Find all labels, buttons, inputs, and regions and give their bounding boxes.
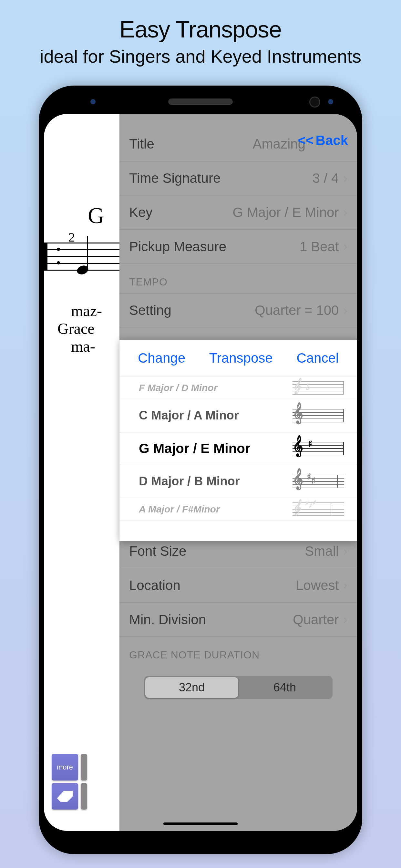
picker-item[interactable]: D Major / B Minor 𝄞 ♯ ♯ [120, 465, 357, 498]
back-chevron-icon: << [298, 133, 314, 148]
eraser-button[interactable] [52, 783, 78, 810]
chevron-right-icon: › [343, 304, 347, 317]
chevron-right-icon: › [343, 206, 347, 219]
key-signature-preview: 𝄞 ♯ ♯ [292, 470, 344, 493]
seg-64th[interactable]: 64th [238, 677, 331, 698]
eraser-icon [56, 790, 73, 803]
pickup-row[interactable]: Pickup Measure 1 Beat› [120, 229, 357, 264]
transpose-action-sheet: Change Transpose Cancel F Major / D Mino… [120, 340, 357, 541]
picker-key-label: G Major / E Minor [139, 441, 250, 456]
grace-duration-segment[interactable]: 32nd 64th [144, 676, 333, 699]
tempo-setting-row[interactable]: Setting Quarter = 100› [120, 293, 357, 328]
picker-item[interactable]: F Major / D Minor 𝄞 ♭ [120, 376, 357, 399]
key-signature-preview: 𝄞 ♭ [292, 376, 344, 399]
picker-item[interactable]: A Major / F#Minor 𝄞 ♯ ♯ ♯ [120, 498, 357, 521]
phone-sensor-right [328, 99, 333, 104]
chevron-right-icon: › [343, 240, 347, 253]
chord-symbol: G [88, 203, 104, 228]
phone-sensor-left [90, 99, 96, 104]
key-signature-preview: 𝄞 ♯ ♯ ♯ [292, 498, 344, 521]
location-row[interactable]: Location Lowest› [120, 568, 357, 602]
picker-item[interactable]: C Major / A Minor 𝄞 [120, 399, 357, 432]
chevron-right-icon: › [343, 172, 347, 185]
picker-key-label: F Major / D Minor [139, 382, 217, 393]
key-picker[interactable]: F Major / D Minor 𝄞 ♭ C Major / A Minor [120, 376, 357, 541]
seg-32nd[interactable]: 32nd [145, 677, 238, 698]
key-row[interactable]: Key G Major / E Minor› [120, 195, 357, 229]
lyric-line: Grace [58, 320, 102, 337]
sheet-toolbar: more [52, 754, 87, 810]
transpose-button[interactable]: Transpose [209, 350, 273, 366]
phone-screen: G 2 maz- Grace ma- [44, 114, 357, 831]
pickup-value: 1 Beat [300, 239, 339, 254]
min-division-value: Quarter [293, 612, 339, 627]
toolbar-divider [81, 754, 87, 780]
pickup-label: Pickup Measure [129, 239, 226, 254]
promo-subtitle: ideal for Singers and Keyed Instruments [0, 46, 401, 67]
grace-header: GRACE NOTE DURATION [120, 637, 357, 666]
time-signature-label: Time Signature [129, 170, 220, 186]
title-value: Amazing [253, 136, 305, 152]
chevron-right-icon: › [343, 613, 347, 626]
key-signature-preview: 𝄞 [292, 404, 344, 427]
toolbar-divider [81, 783, 87, 810]
title-label: Title [129, 136, 154, 152]
key-value: G Major / E Minor [233, 205, 339, 220]
lyrics: maz- Grace ma- [71, 302, 102, 355]
picker-key-label: C Major / A Minor [139, 408, 239, 423]
time-signature-value: 3 / 4 [312, 170, 339, 186]
font-size-value: Small [305, 544, 339, 559]
change-button[interactable]: Change [138, 350, 185, 366]
tempo-header: TEMPO [120, 264, 357, 293]
svg-marker-0 [58, 791, 72, 802]
back-label: Back [316, 133, 348, 148]
key-label: Key [129, 205, 152, 220]
cancel-button[interactable]: Cancel [297, 350, 339, 366]
sheet-music-pane: G 2 maz- Grace ma- [44, 114, 120, 831]
phone-frame: G 2 maz- Grace ma- [39, 86, 362, 854]
location-label: Location [129, 578, 181, 593]
setting-label: Setting [129, 303, 172, 318]
chevron-right-icon: › [343, 545, 347, 558]
location-value: Lowest [296, 578, 339, 593]
chevron-right-icon: › [343, 578, 347, 592]
lyric-line: maz- [71, 302, 102, 320]
promo-title: Easy Transpose [0, 16, 401, 42]
more-button[interactable]: more [52, 754, 78, 780]
music-staff [44, 243, 120, 270]
key-signature-preview: 𝄞 ♯ [292, 437, 344, 460]
phone-camera-lens [309, 97, 320, 107]
min-division-row[interactable]: Min. Division Quarter› [120, 602, 357, 637]
time-signature-row[interactable]: Time Signature 3 / 4› [120, 161, 357, 195]
font-size-label: Font Size [129, 544, 186, 559]
min-division-label: Min. Division [129, 612, 206, 627]
home-indicator [163, 823, 238, 825]
picker-key-label: D Major / B Minor [139, 474, 240, 488]
lyric-line: ma- [71, 337, 102, 355]
phone-speaker [168, 98, 233, 105]
setting-value: Quarter = 100 [255, 303, 339, 318]
back-button[interactable]: << Back [298, 133, 348, 148]
picker-key-label: A Major / F#Minor [139, 504, 220, 515]
picker-item-selected[interactable]: G Major / E Minor 𝄞 ♯ [120, 432, 357, 465]
